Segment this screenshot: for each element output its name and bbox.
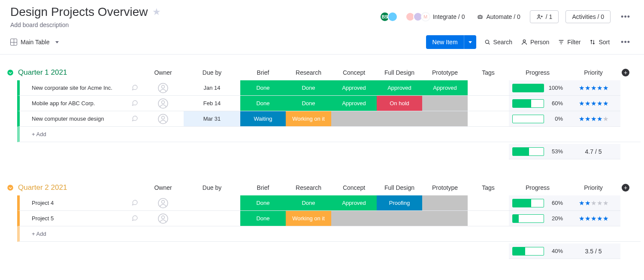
column-header-brief[interactable]: Brief [240, 184, 286, 191]
invite-button[interactable]: / 1 [530, 10, 559, 23]
status-cell[interactable]: On hold [377, 96, 422, 111]
progress-cell[interactable]: 100% [509, 80, 566, 96]
progress-cell[interactable]: 0% [509, 111, 566, 127]
owner-cell[interactable] [142, 211, 184, 226]
tags-cell[interactable] [468, 195, 509, 211]
status-cell[interactable]: Approved [331, 195, 377, 211]
integrate-button[interactable]: M Integrate / 0 [405, 10, 468, 23]
chat-icon[interactable] [131, 214, 138, 222]
chat-icon[interactable] [131, 115, 138, 123]
status-cell[interactable] [422, 96, 468, 111]
item-name-cell[interactable]: Project 5 [17, 211, 142, 226]
due-date-cell[interactable]: Feb 14 [184, 96, 240, 111]
owner-cell[interactable] [142, 80, 184, 96]
board-title[interactable]: Design Projects Overview [10, 5, 148, 19]
column-header-prototype[interactable]: Prototype [422, 69, 468, 76]
view-tab-main-table[interactable]: Main Table [10, 39, 59, 46]
status-cell[interactable]: Done [286, 80, 331, 96]
column-header-tags[interactable]: Tags [468, 184, 509, 191]
column-header-priority[interactable]: Priority [566, 184, 620, 191]
column-header-due[interactable]: Due by [184, 184, 240, 191]
add-item-row[interactable]: + Add [3, 127, 641, 142]
person-filter-button[interactable]: Person [520, 37, 550, 47]
tags-cell[interactable] [468, 111, 509, 127]
chat-icon[interactable] [131, 199, 138, 207]
status-cell[interactable]: Done [240, 211, 286, 226]
add-column-button[interactable]: + [620, 69, 631, 76]
owner-cell[interactable] [142, 195, 184, 211]
status-cell[interactable] [377, 111, 422, 127]
tags-cell[interactable] [468, 96, 509, 111]
status-cell[interactable]: Done [286, 195, 331, 211]
status-cell[interactable] [422, 111, 468, 127]
priority-cell[interactable]: ★★★★★ [566, 96, 620, 111]
item-name-cell[interactable]: New computer mouse design [17, 111, 142, 127]
sort-button[interactable]: Sort [588, 37, 611, 47]
due-date-cell[interactable] [184, 195, 240, 211]
column-header-priority[interactable]: Priority [566, 69, 620, 76]
status-cell[interactable] [422, 195, 468, 211]
tags-cell[interactable] [468, 211, 509, 226]
member-avatars[interactable]: BS [382, 12, 398, 22]
add-item-row[interactable]: + Add [3, 226, 641, 242]
priority-cell[interactable]: ★★★★★ [566, 195, 620, 211]
due-date-cell[interactable]: Mar 31 [184, 111, 240, 127]
status-cell[interactable] [377, 211, 422, 226]
board-description[interactable]: Add board description [10, 21, 375, 28]
add-column-button[interactable]: + [620, 184, 631, 192]
status-cell[interactable] [422, 211, 468, 226]
group-collapse-toggle[interactable] [3, 184, 17, 192]
tags-cell[interactable] [468, 80, 509, 96]
due-date-cell[interactable] [184, 211, 240, 226]
item-name-cell[interactable]: Mobile app for ABC Corp. [17, 96, 142, 111]
column-header-concept[interactable]: Concept [331, 69, 377, 76]
column-header-progress[interactable]: Progress [509, 184, 566, 191]
board-more-menu[interactable]: ••• [617, 11, 634, 23]
status-cell[interactable]: Working on it [286, 111, 331, 127]
group-collapse-toggle[interactable] [3, 69, 17, 76]
priority-cell[interactable]: ★★★★★ [566, 111, 620, 127]
automate-button[interactable]: Automate / 0 [474, 12, 523, 22]
status-cell[interactable]: Done [240, 80, 286, 96]
due-date-cell[interactable]: Jan 14 [184, 80, 240, 96]
status-cell[interactable]: Done [240, 96, 286, 111]
column-header-full-design[interactable]: Full Design [377, 69, 422, 76]
new-item-button[interactable]: New Item [426, 35, 476, 49]
status-cell[interactable]: Approved [331, 80, 377, 96]
item-name-cell[interactable]: New corporate site for Acme Inc. [17, 80, 142, 96]
column-header-brief[interactable]: Brief [240, 69, 286, 76]
progress-cell[interactable]: 20% [509, 211, 566, 226]
search-button[interactable]: Search [483, 37, 513, 47]
owner-cell[interactable] [142, 111, 184, 127]
column-header-progress[interactable]: Progress [509, 69, 566, 76]
item-name-cell[interactable]: Project 4 [17, 195, 142, 211]
status-cell[interactable]: Done [240, 195, 286, 211]
status-cell[interactable]: Approved [331, 96, 377, 111]
progress-cell[interactable]: 60% [509, 96, 566, 111]
status-cell[interactable]: Waiting [240, 111, 286, 127]
column-header-research[interactable]: Research [286, 184, 331, 191]
column-header-due[interactable]: Due by [184, 69, 240, 76]
status-cell[interactable]: Done [286, 96, 331, 111]
owner-cell[interactable] [142, 96, 184, 111]
status-cell[interactable] [331, 111, 377, 127]
activities-button[interactable]: Activities / 0 [565, 10, 611, 23]
column-header-research[interactable]: Research [286, 69, 331, 76]
chat-icon[interactable] [131, 99, 138, 107]
progress-cell[interactable]: 60% [509, 195, 566, 211]
priority-cell[interactable]: ★★★★★ [566, 211, 620, 226]
status-cell[interactable]: Working on it [286, 211, 331, 226]
column-header-concept[interactable]: Concept [331, 184, 377, 191]
group-name[interactable]: Quarter 2 2021 [17, 183, 142, 192]
status-cell[interactable]: Approved [377, 80, 422, 96]
column-header-full-design[interactable]: Full Design [377, 184, 422, 191]
column-header-owner[interactable]: Owner [142, 69, 184, 76]
column-header-prototype[interactable]: Prototype [422, 184, 468, 191]
new-item-dropdown[interactable] [464, 35, 476, 49]
column-header-tags[interactable]: Tags [468, 69, 509, 76]
chat-icon[interactable] [131, 84, 138, 92]
star-icon[interactable]: ★ [152, 6, 161, 18]
filter-button[interactable]: Filter [557, 37, 581, 47]
column-header-owner[interactable]: Owner [142, 184, 184, 191]
toolbar-more-menu[interactable]: ••• [617, 36, 634, 49]
